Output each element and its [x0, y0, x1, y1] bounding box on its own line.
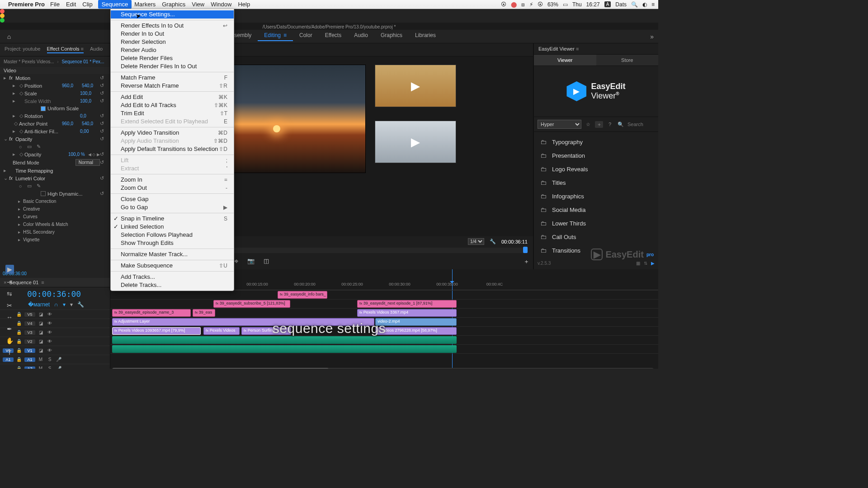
menu-item[interactable]: Render In to Out	[111, 30, 234, 38]
razor-tool-icon[interactable]: ✂	[7, 302, 12, 309]
dropbox-icon[interactable]: ⧈	[521, 1, 525, 8]
battery-icon[interactable]: ▭	[563, 1, 568, 8]
clip-v1d[interactable]: fx Videos 2796228.mp4 [58,97%]	[375, 327, 457, 335]
menu-item[interactable]: Make Subsequence⇧U	[111, 262, 234, 270]
menu-item[interactable]: Normalize Master Track...	[111, 250, 234, 258]
snap-icon[interactable]: �магnet	[28, 301, 50, 308]
notif-icon[interactable]: ⬤	[511, 1, 517, 8]
menu-item[interactable]: Render Effects In to Out↩	[111, 22, 234, 30]
panel-tab[interactable]: Project: youtube	[5, 46, 41, 53]
settings-icon[interactable]: ▾	[70, 301, 73, 308]
blend-mode-prop[interactable]: Blend ModeNormal↺	[0, 158, 110, 167]
help-icon[interactable]: ?	[606, 122, 614, 127]
lumetri-section[interactable]: ▸Color Wheels & Match	[0, 221, 110, 228]
video-track-header[interactable]: 🔒V3◪👁	[0, 328, 110, 337]
lumetri-masks[interactable]: ○▭✎	[0, 182, 110, 190]
time-remapping-effect[interactable]: ▸Time Remapping	[0, 167, 110, 174]
clip-v5[interactable]: fx 39_easyedit_info bars_	[278, 291, 327, 299]
user-badge[interactable]: A	[604, 1, 611, 7]
menu-item[interactable]: Zoom In=	[111, 176, 234, 184]
menu-sequence[interactable]: Sequence	[98, 0, 132, 9]
search-input[interactable]	[627, 122, 655, 127]
anchor-point-prop[interactable]: ◇Anchor Point960,0540,0↺	[0, 120, 110, 127]
play-small-icon[interactable]: ▶	[651, 261, 655, 266]
clip-v3c[interactable]: fx Pexels Videos 3367.mp4	[357, 309, 457, 317]
clip-v3b[interactable]: fx 39_eas	[193, 309, 215, 317]
slip-tool-icon[interactable]: ↔	[6, 314, 13, 321]
clip-v2[interactable]: fx Adjustment Layer	[112, 318, 374, 326]
category-lower-thirds[interactable]: 🗀Lower Thirds	[540, 220, 652, 227]
pen-tool-icon[interactable]: ✒	[7, 325, 12, 333]
menu-edit[interactable]: Edit	[66, 1, 76, 8]
sequence-tab[interactable]: ×Sequence 01 ≡	[0, 278, 110, 287]
video-track-header[interactable]: 🔒V2◪👁	[0, 337, 110, 346]
workspace-color[interactable]: Color	[293, 32, 319, 41]
lumetri-section[interactable]: ▸Vignette	[0, 236, 110, 244]
menu-item[interactable]: Go to Gap▶	[111, 203, 234, 211]
menu-item[interactable]: Delete Render Files	[111, 54, 234, 62]
video-track-header[interactable]: V1🔒V1◪👁	[0, 346, 110, 355]
thumbnail-2[interactable]: ▶	[375, 121, 456, 163]
scale-prop[interactable]: ▸◇Scale100,0↺	[0, 89, 110, 97]
menu-item[interactable]: Apply Video Transition⌘D	[111, 129, 234, 137]
rotation-prop[interactable]: ▸◇Rotation0,0↺	[0, 112, 110, 120]
scale-dropdown[interactable]: 1/4	[468, 238, 484, 245]
wrench-icon[interactable]: 🔧	[77, 301, 84, 308]
category-typography[interactable]: 🗀Typography	[540, 138, 652, 145]
ripple-tool-icon[interactable]: ⇆	[7, 290, 12, 297]
opacity-masks[interactable]: ○▭✎	[0, 143, 110, 150]
lumetri-section[interactable]: ▸Curves	[0, 213, 110, 221]
menu-item[interactable]: Delete Tracks...	[111, 281, 234, 289]
viewer-tab-store[interactable]: Store	[596, 55, 659, 66]
thumbnail-1[interactable]: ▶	[375, 65, 456, 107]
add-icon[interactable]: ＋	[595, 121, 603, 128]
clip-v4a[interactable]: fx 39_easyedit_subscribe_5 [121,83%]	[213, 300, 290, 308]
motion-effect[interactable]: ▸fxMotion↺	[0, 74, 110, 82]
video-track-header[interactable]: 🔒V4◪👁	[0, 319, 110, 328]
panel-menu-icon[interactable]: ≡	[576, 46, 579, 52]
video-section[interactable]: Video	[0, 67, 110, 74]
menu-item[interactable]: Reverse Match Frame⇧R	[111, 82, 234, 90]
extract-icon[interactable]: ⎆	[235, 258, 238, 266]
menu-item[interactable]: ✓Snap in TimelineS	[111, 215, 234, 223]
lumetri-section[interactable]: ▸Basic Correction	[0, 197, 110, 205]
workspace-graphics[interactable]: Graphics	[374, 32, 409, 41]
menu-item[interactable]: Show Through Edits	[111, 239, 234, 247]
playhead-timecode[interactable]: 00:00:36:00	[0, 287, 110, 300]
grid-icon[interactable]: ▦	[636, 261, 640, 266]
sort-icon[interactable]: ⇅	[644, 261, 647, 266]
menu-item[interactable]: Match FrameF	[111, 74, 234, 82]
lumetri-section[interactable]: ▸Creative	[0, 205, 110, 213]
h-scrollbar[interactable]	[112, 368, 654, 369]
clip-a2[interactable]	[112, 345, 457, 353]
scrub-head[interactable]	[523, 247, 528, 253]
menu-item[interactable]: Delete Render Files In to Out	[111, 62, 234, 70]
panel-tab[interactable]: Audio	[90, 46, 103, 53]
category-presentation[interactable]: 🗀Presentation	[540, 152, 652, 159]
category-logo-reveals[interactable]: 🗀Logo Reveals	[540, 165, 652, 173]
wifi-signal-icon[interactable]: ⦿	[538, 1, 543, 8]
home-icon[interactable]: ⌂	[0, 33, 18, 40]
search-icon[interactable]: 🔍	[617, 122, 625, 127]
menu-view[interactable]: View	[192, 1, 204, 8]
hand-tool-icon[interactable]: ✋	[6, 337, 14, 344]
comparison-icon[interactable]: ◫	[264, 258, 269, 266]
siri-icon[interactable]: ◐	[642, 1, 647, 8]
menu-item[interactable]: Trim Edit⇧T	[111, 109, 234, 117]
clip-v1a[interactable]: fx Pexels Videos 1093657.mp4 [79,9%]	[112, 327, 201, 335]
clip-v1b[interactable]: fx Pexels Videos	[203, 327, 240, 335]
opacity-effect[interactable]: ⌄fxOpacity↺	[0, 135, 110, 143]
menu-markers[interactable]: Markers	[134, 1, 156, 8]
viewer-tab-viewer[interactable]: Viewer	[534, 55, 596, 66]
wifi-icon[interactable]: ⚡︎	[529, 1, 533, 8]
menu-item[interactable]: Sequence Settings...	[111, 10, 234, 19]
menu-item[interactable]: Apply Default Transitions to Selection⇧D	[111, 145, 234, 153]
track-select-tool-icon[interactable]: ⇥	[7, 278, 12, 286]
menu-item[interactable]: Close Gap	[111, 195, 234, 203]
workspace-libraries[interactable]: Libraries	[409, 32, 442, 41]
category-infographics[interactable]: 🗀Infographics	[540, 192, 652, 200]
linked-icon[interactable]: ∩	[54, 301, 58, 308]
clip-v1c[interactable]: fx Person Surfing	[241, 327, 291, 335]
menu-file[interactable]: File	[50, 1, 60, 8]
workspace-editing[interactable]: Editing≡	[258, 32, 293, 41]
